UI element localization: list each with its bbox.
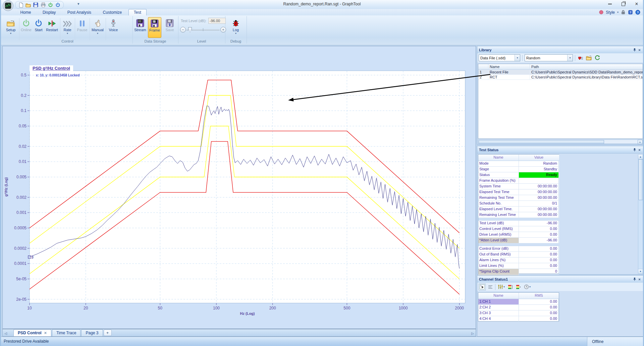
output-meter-icon[interactable] bbox=[515, 284, 522, 290]
tab-test[interactable]: Test bbox=[128, 9, 147, 16]
channel-row-3[interactable]: 3:CH 30.00 bbox=[478, 310, 559, 316]
close-panel-icon[interactable]: × bbox=[637, 148, 642, 152]
channel-row-4[interactable]: 4:CH 40.00 bbox=[478, 316, 559, 322]
lock-icon[interactable] bbox=[621, 10, 626, 15]
status-row-ready: StatusReady bbox=[478, 172, 559, 178]
tab-scroll-right-icon[interactable]: ▷ bbox=[470, 330, 476, 336]
category-combo[interactable]: Random▾ bbox=[525, 54, 573, 61]
chevron-down-icon: ▾ bbox=[67, 33, 68, 34]
select-channels-icon[interactable]: T bbox=[479, 284, 486, 290]
doc-tab-time-trace[interactable]: Time Trace bbox=[52, 329, 81, 336]
input-meter-icon[interactable] bbox=[507, 284, 514, 290]
power-on-icon[interactable] bbox=[48, 2, 53, 8]
power-off-icon[interactable] bbox=[55, 2, 61, 8]
channel-config-icon[interactable]: ▾ bbox=[497, 284, 505, 290]
new-document-icon[interactable] bbox=[18, 2, 24, 8]
graph-view[interactable]: 102050100200500100020000.50.20.10.050.02… bbox=[2, 46, 476, 329]
tab-home[interactable]: Home bbox=[15, 9, 36, 16]
channel-row-2[interactable]: 2:CH 20.00 bbox=[478, 305, 559, 310]
level-slider-thumb[interactable] bbox=[188, 27, 192, 33]
status-row: Remaining Test Time00:00:00.00 bbox=[478, 195, 559, 201]
list-view-icon[interactable] bbox=[487, 284, 493, 290]
chevron-down-icon: ▾ bbox=[567, 55, 573, 61]
style-caret-icon[interactable]: ▾ bbox=[617, 11, 619, 14]
doc-tab-page3[interactable]: Page 3 bbox=[81, 329, 103, 336]
close-panel-icon[interactable]: × bbox=[637, 48, 642, 52]
library-hscrollbar[interactable]: ▸ bbox=[478, 139, 643, 144]
start-button[interactable]: Start bbox=[33, 17, 44, 38]
favorites-icon[interactable] bbox=[577, 55, 584, 61]
setup-button[interactable]: Setup ▾ bbox=[4, 17, 17, 38]
channel-toolbar: T ▾ ▾ bbox=[477, 283, 644, 291]
tab-customize[interactable]: Customize bbox=[98, 9, 127, 16]
open-file-icon[interactable] bbox=[586, 55, 592, 61]
doc-tab-psd-control[interactable]: PSD Control✕ bbox=[13, 329, 51, 336]
close-tab-icon[interactable]: ✕ bbox=[44, 331, 47, 335]
manual-button[interactable]: Manual ▾ bbox=[91, 17, 104, 38]
column-name[interactable]: Name bbox=[488, 64, 530, 69]
channel-status-titlebar: Channel Status1 × bbox=[477, 276, 644, 283]
library-hscroll-thumb[interactable] bbox=[479, 140, 604, 144]
svg-text:0.0002: 0.0002 bbox=[14, 246, 26, 251]
status-row: ModeRandom bbox=[478, 161, 559, 167]
restore-button[interactable] bbox=[619, 1, 628, 7]
close-panel-icon[interactable]: × bbox=[637, 277, 642, 282]
tab-display[interactable]: Display bbox=[38, 9, 61, 16]
library-row-rct[interactable]: 2 RCT C:\Users\Public\Spectral Dynamics\… bbox=[478, 75, 643, 80]
status-badge: Ready bbox=[519, 172, 559, 178]
file-type-combo[interactable]: Data File (.sdd)▾ bbox=[479, 54, 520, 61]
cursor-readout: x: 10, y: 0.00013458 Locked bbox=[36, 73, 80, 77]
tab-scroll-left-icon[interactable]: ◁ bbox=[3, 330, 9, 336]
rate-button[interactable]: Rate ▾ bbox=[61, 17, 73, 38]
level-slider[interactable] bbox=[186, 27, 220, 32]
test-status-vscrollbar[interactable]: ▲ ▼ bbox=[638, 154, 643, 274]
channel-row-1[interactable]: 1:CH 10.00 bbox=[478, 299, 559, 305]
stream-button[interactable]: Stream bbox=[134, 17, 147, 38]
library-row-recent-file[interactable]: 1 Recent File C:\Users\Public\Spectral D… bbox=[478, 70, 643, 75]
online-button[interactable]: Online bbox=[20, 17, 32, 38]
document-tab-bar: ◁ PSD Control✕ Time Trace Page 3 + ▷ bbox=[2, 329, 476, 337]
save-icon[interactable] bbox=[33, 2, 39, 8]
svg-text:0.005: 0.005 bbox=[16, 175, 26, 179]
pin-icon[interactable] bbox=[632, 148, 637, 152]
frame-button[interactable]: Frame bbox=[148, 17, 161, 38]
svg-text:T: T bbox=[480, 285, 482, 287]
close-button[interactable]: × bbox=[632, 1, 641, 7]
library-file-list: Name Path 1 Recent File C:\Users\Public\… bbox=[478, 64, 643, 139]
chevron-down-icon: ▾ bbox=[10, 33, 11, 34]
style-button[interactable]: Style bbox=[606, 10, 615, 15]
level-decrease-button[interactable]: − bbox=[180, 27, 186, 33]
qat-customize-button[interactable]: ▾ bbox=[77, 2, 79, 6]
clock-icon[interactable]: ▾ bbox=[523, 284, 531, 290]
column-path[interactable]: Path bbox=[530, 64, 643, 69]
svg-text:0.0005: 0.0005 bbox=[14, 226, 26, 230]
stream-disk-icon bbox=[136, 17, 144, 27]
help-icon[interactable]: ? bbox=[635, 10, 640, 15]
scroll-down-icon[interactable]: ▼ bbox=[638, 269, 643, 274]
test-level-input[interactable] bbox=[208, 18, 226, 24]
app-menu-button[interactable] bbox=[3, 0, 13, 11]
add-page-button[interactable]: + bbox=[104, 330, 112, 336]
tab-post-analysis[interactable]: Post Analysis bbox=[62, 9, 96, 16]
save-data-button[interactable]: Save bbox=[163, 17, 176, 38]
status-row: *Sigma Clip Count0 bbox=[478, 269, 559, 275]
test-status-panel: Test Status × NameValue ModeRandom Stage… bbox=[477, 146, 644, 275]
refresh-icon[interactable] bbox=[594, 55, 600, 61]
manual-book-icon[interactable]: ? bbox=[628, 10, 633, 15]
status-message: Prestored Drive Available bbox=[4, 339, 49, 344]
vscroll-thumb[interactable] bbox=[639, 159, 643, 200]
scroll-up-icon[interactable]: ▲ bbox=[638, 155, 643, 159]
log-button[interactable]: Log ▾ bbox=[229, 17, 242, 38]
scroll-right-icon[interactable]: ▸ bbox=[638, 140, 643, 144]
restart-button[interactable]: Restart bbox=[45, 17, 59, 38]
setup-folder-icon bbox=[6, 17, 15, 27]
minimize-button[interactable] bbox=[605, 1, 614, 7]
print-icon[interactable] bbox=[40, 2, 46, 8]
pin-icon[interactable] bbox=[632, 277, 637, 282]
status-row: Drive Level (vRMS)0.00 bbox=[478, 232, 559, 238]
voice-button[interactable]: Voice bbox=[107, 17, 120, 38]
pin-icon[interactable] bbox=[632, 48, 637, 52]
status-row: Elapsed Level Time.00:00:00.00 bbox=[478, 207, 559, 212]
pause-button[interactable]: Pause bbox=[76, 17, 88, 38]
open-folder-icon[interactable] bbox=[25, 2, 31, 8]
